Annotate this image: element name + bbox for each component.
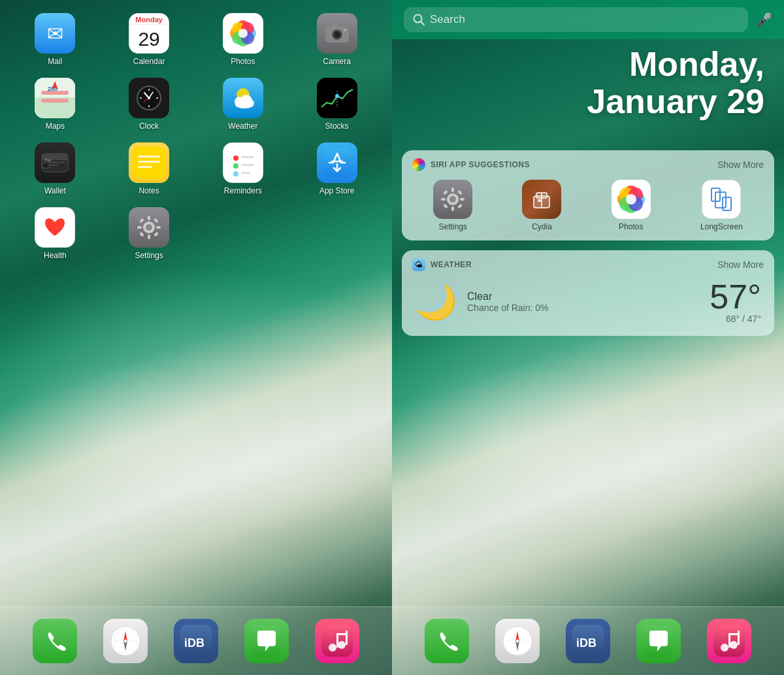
svg-point-60 [146,224,152,231]
wallet-icon: Pay [39,148,71,177]
svg-rect-127 [738,631,740,645]
siri-app-photos[interactable]: Photos [612,180,651,231]
weather-header-left: 🌤 WEATHER [412,258,472,271]
app-notes[interactable]: Notes [104,142,195,195]
photos-icon [227,18,259,49]
weather-rain: Chance of Rain: 0% [467,303,549,313]
siri-icon [412,158,425,171]
health-icon [39,211,71,244]
svg-rect-128 [728,633,740,635]
app-wallet-label: Wallet [44,186,66,195]
right-dock-music[interactable] [707,619,751,663]
svg-rect-62 [148,235,150,239]
app-photos[interactable]: Photos [198,13,289,66]
search-bar: Search 🎤 [392,0,784,39]
app-calendar[interactable]: Monday 29 Calendar [104,13,195,66]
right-dock-phone[interactable] [425,619,469,663]
svg-rect-13 [332,24,337,27]
app-appstore[interactable]: App Store [291,142,382,195]
siri-app-settings[interactable]: Settings [433,180,472,231]
app-mail[interactable]: Mail [10,13,101,66]
svg-rect-67 [139,232,144,237]
app-maps[interactable]: 280 Maps [10,78,101,131]
moon-icon: 🌙 [415,282,457,322]
right-dock-safari[interactable] [495,619,540,663]
app-settings-label: Settings [135,251,163,260]
right-screen: Search 🎤 Monday, January 29 SIRI APP SUG… [392,0,784,675]
svg-rect-46 [138,156,160,157]
svg-rect-68 [154,232,159,237]
app-photos-label: Photos [231,57,255,66]
app-reminders[interactable]: Reminders [198,142,289,195]
notes-icon [133,146,165,179]
left-dock: iDB [0,606,392,675]
maps-icon: 280 [35,78,75,118]
cydia-icon [529,186,555,212]
app-grid: Mail Monday 29 Calendar [0,0,392,260]
stocks-icon [320,84,354,112]
app-wallet[interactable]: Pay Wallet [10,142,101,195]
app-health-label: Health [44,251,67,260]
right-idb-icon: iDB [572,625,604,657]
reminders-icon [227,146,259,179]
right-dock-idb[interactable]: iDB [566,619,610,663]
dock-idb[interactable]: iDB [174,619,218,663]
dock-music[interactable] [315,619,359,663]
clock-face-icon [135,84,163,112]
svg-rect-63 [137,226,142,229]
right-safari-icon [501,625,534,657]
siri-app-cydia-label: Cydia [532,222,552,231]
search-input-area[interactable]: Search [404,7,748,32]
weather-right: 57° 68° / 47° [710,280,761,324]
calendar-day-num: 29 [129,25,169,53]
app-health[interactable]: Health [10,207,101,260]
app-camera[interactable]: Camera [291,13,382,66]
left-screen: Mail Monday 29 Calendar [0,0,392,675]
app-maps-label: Maps [46,122,65,131]
app-camera-label: Camera [323,57,351,66]
svg-point-50 [233,156,238,161]
siri-app-longscreen[interactable]: LongScreen [700,180,743,231]
app-clock[interactable]: Clock [104,78,195,131]
svg-point-80 [329,644,336,651]
siri-show-more[interactable]: Show More [717,159,764,170]
svg-point-125 [730,641,738,649]
dock-phone[interactable] [33,619,77,663]
weather-temp: 57° [710,280,761,314]
mic-icon[interactable]: 🎤 [756,12,772,27]
svg-rect-66 [154,218,159,223]
svg-rect-65 [139,218,144,223]
svg-rect-56 [323,148,351,177]
svg-rect-126 [728,633,730,648]
weather-home-icon [227,85,259,111]
appstore-icon [323,148,351,177]
app-stocks[interactable]: Stocks [291,78,382,131]
svg-point-12 [335,32,340,37]
right-dock-messages[interactable] [636,619,681,663]
svg-rect-43 [48,165,58,166]
dock-safari[interactable] [103,619,148,663]
weather-show-more[interactable]: Show More [717,259,764,270]
weather-widget: 🌤 WEATHER Show More 🌙 Clear Chance of Ra… [402,250,774,336]
app-weather-label: Weather [228,122,257,131]
siri-app-cydia[interactable]: Cydia [522,180,561,231]
svg-point-14 [344,29,346,31]
search-icon [413,14,425,25]
siri-widget: SIRI APP SUGGESTIONS Show More [402,150,774,240]
svg-rect-53 [241,156,254,158]
svg-point-88 [449,196,456,203]
siri-app-longscreen-label: LongScreen [700,222,743,231]
app-clock-label: Clock [139,122,159,131]
siri-app-photos-label: Photos [619,222,643,231]
app-settings[interactable]: Settings [104,207,195,260]
siri-settings-icon [438,185,467,214]
idb-icon: iDB [180,625,212,657]
safari-icon [109,625,142,657]
svg-rect-54 [241,164,254,166]
camera-icon [323,19,351,48]
messages-icon [251,625,282,657]
app-mail-label: Mail [48,57,62,66]
dock-messages[interactable] [244,619,289,663]
svg-point-38 [335,94,339,98]
app-weather[interactable]: Weather [198,78,289,131]
